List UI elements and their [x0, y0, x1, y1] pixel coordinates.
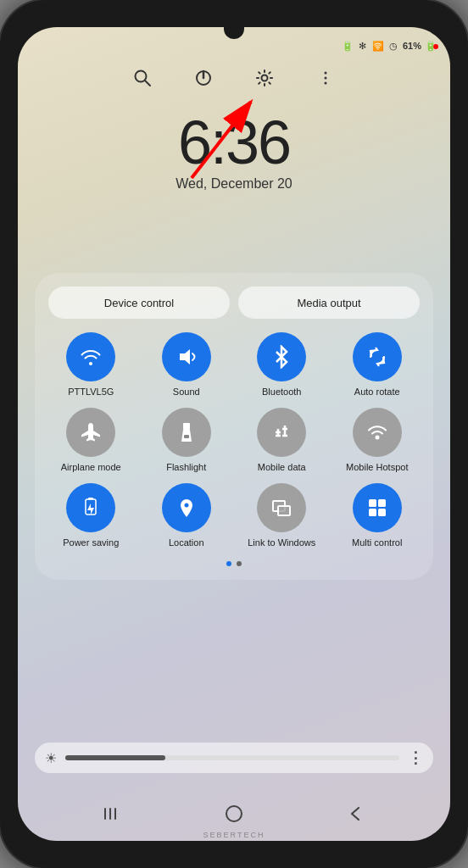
hotspot-tile-label: Mobile Hotspot	[346, 462, 408, 473]
autorotate-tile-icon	[353, 332, 402, 381]
battery-label: 61%	[403, 41, 421, 51]
svg-marker-10	[180, 349, 190, 364]
svg-rect-22	[378, 499, 386, 507]
svg-point-5	[325, 72, 327, 75]
multicontrol-tile-label: Multi control	[352, 537, 402, 548]
airplane-tile-label: Airplane mode	[61, 462, 121, 473]
hotspot-tile-icon	[353, 408, 402, 457]
tile-flashlight[interactable]: Flashlight	[144, 408, 230, 473]
phone-screen: 🔋 ✻ 🛜 ◷ 61% 🔋	[18, 27, 450, 841]
location-tile-icon	[162, 483, 211, 532]
powersaving-tile-label: Power saving	[63, 537, 119, 548]
tab-device-control[interactable]: Device control	[48, 287, 230, 319]
page-dots	[48, 561, 420, 566]
settings-button[interactable]	[249, 63, 280, 93]
linkwindows-tile-icon	[257, 483, 306, 532]
wifi-status-icon: 🛜	[372, 40, 384, 52]
power-button[interactable]	[188, 63, 219, 93]
svg-point-4	[262, 75, 268, 81]
tile-location[interactable]: Location	[144, 483, 230, 548]
sim-icon: 🔋	[342, 40, 354, 52]
powersaving-tile-icon	[66, 483, 115, 532]
mobiledata-tile-icon	[257, 408, 306, 457]
linkwindows-tile-label: Link to Windows	[248, 537, 315, 548]
multicontrol-tile-icon	[353, 483, 402, 532]
clock-date: Wed, December 20	[176, 176, 292, 192]
tile-wifi[interactable]: PTTLVL5G	[48, 332, 134, 398]
svg-point-28	[226, 806, 242, 821]
search-button[interactable]	[127, 63, 158, 93]
location-tile-label: Location	[169, 537, 204, 548]
brightness-more-button[interactable]: ⋮	[408, 748, 423, 767]
tile-airplane[interactable]: Airplane mode	[48, 408, 134, 473]
tile-linkwindows[interactable]: Link to Windows	[239, 483, 325, 548]
tile-autorotate[interactable]: Auto rotate	[335, 332, 421, 398]
svg-point-7	[325, 82, 327, 85]
qs-tabs: Device control Media output	[48, 287, 420, 319]
tile-bluetooth[interactable]: Bluetooth	[239, 332, 325, 398]
svg-rect-12	[184, 435, 189, 438]
bluetooth-tile-icon	[257, 332, 306, 381]
back-button[interactable]	[340, 798, 370, 829]
recent-apps-button[interactable]	[98, 798, 128, 829]
svg-rect-23	[369, 509, 376, 516]
svg-rect-17	[88, 498, 93, 500]
phone-outer: 🔋 ✻ 🛜 ◷ 61% 🔋	[0, 0, 468, 868]
clock-time: 6:36	[178, 112, 290, 173]
sound-tile-label: Sound	[173, 387, 200, 398]
battery-icon: 🔋	[425, 40, 437, 52]
clock-area: 6:36 Wed, December 20	[18, 112, 450, 192]
page-dot-2	[237, 561, 242, 566]
flashlight-tile-label: Flashlight	[166, 462, 206, 473]
tab-media-output[interactable]: Media output	[238, 287, 420, 319]
svg-rect-21	[369, 499, 376, 507]
svg-line-1	[145, 81, 150, 86]
qs-grid: PTTLVL5G Sound	[48, 332, 420, 549]
brightness-icon: ☀	[45, 750, 57, 766]
airplane-tile-icon	[66, 408, 115, 457]
page-dot-1	[226, 561, 231, 566]
status-icons: 🔋 ✻ 🛜 ◷ 61% 🔋	[342, 40, 437, 52]
tile-mobiledata[interactable]: Mobile data	[239, 408, 325, 473]
home-button[interactable]	[219, 798, 249, 829]
more-button[interactable]	[310, 63, 341, 93]
sound-tile-icon	[162, 332, 211, 381]
flashlight-tile-icon	[162, 408, 211, 457]
svg-point-6	[325, 77, 327, 80]
svg-rect-24	[378, 509, 386, 516]
alarm-icon: ◷	[387, 40, 399, 52]
qs-top-row	[18, 63, 450, 93]
svg-rect-11	[183, 423, 190, 430]
qs-panel: Device control Media output PTTLVL5G	[35, 273, 433, 580]
autorotate-tile-label: Auto rotate	[354, 387, 400, 398]
bluetooth-tile-label: Bluetooth	[262, 387, 301, 398]
tile-powersaving[interactable]: Power saving	[48, 483, 134, 548]
svg-point-18	[184, 504, 188, 508]
wifi-tile-icon	[66, 332, 115, 381]
svg-rect-20	[278, 506, 290, 515]
bluetooth-status-icon: ✻	[357, 40, 369, 52]
brightness-fill	[65, 755, 165, 760]
tile-multicontrol[interactable]: Multi control	[335, 483, 421, 548]
brightness-bar[interactable]: ☀ ⋮	[35, 743, 433, 773]
wifi-tile-label: PTTLVL5G	[68, 387, 114, 398]
brightness-track[interactable]	[65, 755, 399, 760]
brand-label: SEBERTECH	[18, 831, 450, 839]
tile-hotspot[interactable]: Mobile Hotspot	[335, 408, 421, 473]
svg-point-15	[375, 436, 379, 440]
tile-sound[interactable]: Sound	[144, 332, 230, 398]
nav-bar	[18, 798, 450, 829]
mobiledata-tile-label: Mobile data	[258, 462, 306, 473]
